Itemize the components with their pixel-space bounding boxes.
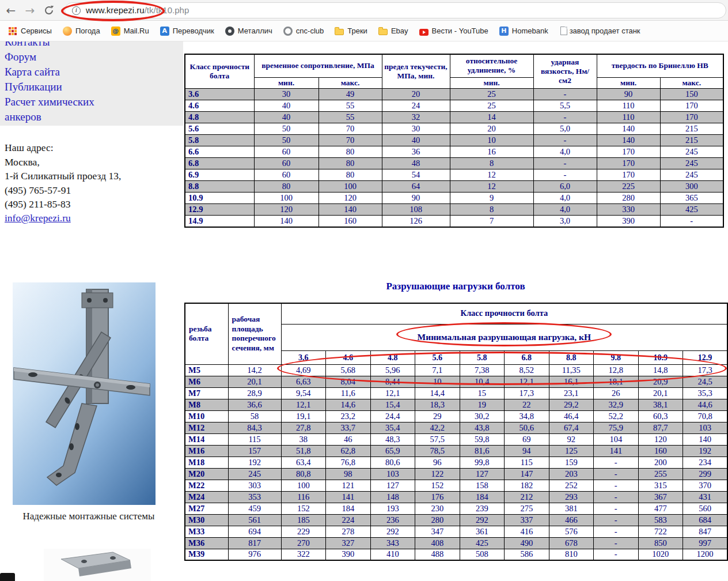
email-link[interactable]: info@krepezi.ru <box>5 212 71 224</box>
value-cell: 14 <box>450 112 533 123</box>
class-column-header: 12.9 <box>683 350 728 364</box>
row-label-cell: М18 <box>185 456 228 468</box>
bookmark-item[interactable]: cnc-club <box>283 27 324 36</box>
value-cell: 508 <box>460 549 505 560</box>
value-cell: 14,4 <box>415 387 460 399</box>
col-header-class: Класс прочности болта <box>185 54 254 89</box>
url-host: www.krepezi.ru <box>86 5 145 15</box>
col-header-elongation: относительное удлинение, % <box>450 54 533 77</box>
value-cell: 159 <box>549 456 594 468</box>
value-cell: 225 <box>597 181 660 193</box>
value-cell: 337 <box>505 514 549 526</box>
value-cell: 26 <box>594 387 639 399</box>
value-cell: 292 <box>460 514 505 526</box>
value-cell: 100 <box>318 181 382 193</box>
value-cell: 120 <box>318 193 382 204</box>
forward-button[interactable]: → <box>22 2 38 18</box>
value-cell: 29,2 <box>549 399 594 410</box>
value-cell: 49 <box>318 89 382 100</box>
sidebar-link[interactable]: Карта сайта <box>5 65 126 80</box>
sidebar-link[interactable]: Публикации <box>5 80 126 95</box>
value-cell: 370 <box>683 480 728 491</box>
row-label-cell: 14.9 <box>185 216 254 227</box>
value-cell: 347 <box>415 526 460 537</box>
bookmark-item[interactable]: Переводчик <box>160 27 214 36</box>
bookmark-item[interactable]: Homebank <box>499 27 548 36</box>
value-cell: 353 <box>228 491 281 503</box>
value-cell: 98 <box>326 468 371 480</box>
back-button[interactable]: ← <box>3 2 19 18</box>
table-row: М22303100121127152158182252-315370 <box>185 480 727 491</box>
info-icon[interactable] <box>72 6 81 15</box>
value-cell: 245 <box>228 468 281 480</box>
table-row: М1284,327,833,735,442,243,850,667,475,98… <box>185 422 727 433</box>
value-cell: - <box>594 480 639 491</box>
value-cell: 38,1 <box>638 399 683 410</box>
load-table-title: Разрушающие нагрузки болтов <box>184 281 727 292</box>
value-cell: 170 <box>660 100 723 112</box>
class-column-header: 3.6 <box>281 350 326 364</box>
sidebar-link[interactable]: Расчет химических анкеров <box>5 95 126 124</box>
sidebar-nav: КонтактыФорумКарта сайтаПубликацииРасчет… <box>5 35 126 124</box>
value-cell: 583 <box>638 514 683 526</box>
value-cell: 28,9 <box>228 387 281 399</box>
value-cell: 10 <box>415 376 460 387</box>
value-cell: 184 <box>326 503 371 514</box>
bookmark-label: Mail.Ru <box>124 27 149 35</box>
col-header-yield: предел текучести, МПа, мин. <box>382 54 450 89</box>
value-cell: 80 <box>254 181 318 193</box>
table-row: М24353116141148176184212293-367431 <box>185 491 727 503</box>
row-label-cell: 10.9 <box>185 193 254 204</box>
value-cell: 390 <box>597 216 660 227</box>
value-cell: 157 <box>228 445 281 456</box>
image-caption: Надежные монтажные системы <box>3 511 174 522</box>
bookmark-item[interactable]: Металлич <box>225 27 272 36</box>
value-cell: 236 <box>370 514 415 526</box>
value-cell: 8 <box>450 204 533 216</box>
value-cell: 193 <box>370 503 415 514</box>
row-label-cell: 4.8 <box>185 112 254 123</box>
value-cell: 80,8 <box>281 468 326 480</box>
value-cell: 116 <box>281 491 326 503</box>
bracket-photo-2-drawing <box>44 549 151 581</box>
value-cell: 20,9 <box>638 376 683 387</box>
value-cell: 245 <box>660 146 723 158</box>
bookmark-label: Треки <box>347 27 367 35</box>
value-cell: 18,1 <box>594 376 639 387</box>
value-cell: - <box>594 503 639 514</box>
col-header-tensile: временное сопротивление, МПа <box>254 54 382 77</box>
bookmark-item[interactable]: Ebay <box>378 27 408 35</box>
value-cell: 576 <box>549 526 594 537</box>
value-cell: 10,4 <box>460 376 505 387</box>
value-cell: 245 <box>660 169 723 181</box>
value-cell: 120 <box>254 204 318 216</box>
value-cell: 22 <box>505 399 549 410</box>
sidebar-link[interactable]: Форум <box>5 50 126 65</box>
value-cell: 390 <box>326 549 371 560</box>
value-cell: 10 <box>450 135 533 146</box>
value-cell: 6,63 <box>281 376 326 387</box>
bookmark-item[interactable]: Mail.Ru <box>111 27 149 36</box>
value-cell: - <box>594 549 639 560</box>
subheader-min: мин. <box>597 77 660 88</box>
bookmark-item[interactable]: Вести - YouTube <box>419 27 488 35</box>
value-cell: 170 <box>597 169 660 181</box>
url-bar[interactable]: www.krepezi.ru/tk/tk10.php <box>65 2 726 18</box>
bookmark-item[interactable]: Сервисы <box>8 27 52 36</box>
bookmark-item[interactable]: завод продает станк <box>559 27 640 35</box>
address-block: Наш адрес:Москва,1-й Силикатный проезд 1… <box>5 141 121 212</box>
bookmark-item[interactable]: Погода <box>63 27 100 36</box>
bookmark-item[interactable]: Треки <box>335 27 367 35</box>
table-row: М620,16,638,048,441010,412,116,118,120,9… <box>185 376 727 387</box>
bookmarks-bar: СервисыПогодаMail.RuПереводчикМеталличcn… <box>0 21 728 42</box>
refresh-button[interactable] <box>41 2 57 18</box>
address-line: Наш адрес: <box>5 141 121 155</box>
value-cell: 176 <box>415 491 460 503</box>
value-cell: 230 <box>415 503 460 514</box>
bookmark-label: завод продает станк <box>570 27 640 35</box>
value-cell: 46,4 <box>549 410 594 422</box>
youtube-icon <box>419 29 429 36</box>
table-row: М1615751,862,865,978,581,694125141160192 <box>185 445 727 456</box>
value-cell: 192 <box>228 456 281 468</box>
value-cell: - <box>533 112 597 123</box>
